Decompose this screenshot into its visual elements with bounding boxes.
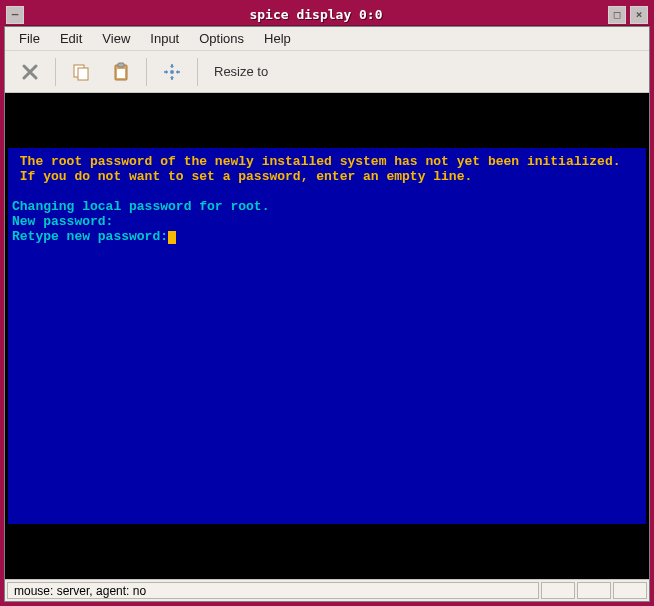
maximize-button[interactable]: □ <box>608 6 626 24</box>
status-cell-2 <box>541 582 575 599</box>
svg-rect-4 <box>117 69 125 78</box>
paste-tool-button[interactable] <box>102 54 140 90</box>
window-menu-button[interactable]: – <box>6 6 24 24</box>
paste-icon <box>111 62 131 82</box>
black-letterbox-top <box>8 96 646 148</box>
statusbar: mouse: server, agent: no <box>5 579 649 601</box>
copy-tool-button[interactable] <box>62 54 100 90</box>
toolbar: Resize to <box>5 51 649 93</box>
display-area: The root password of the newly installed… <box>5 93 649 579</box>
close-button[interactable]: × <box>630 6 648 24</box>
window-frame: – spice display 0:0 □ × File Edit View I… <box>0 0 654 606</box>
status-cell-3 <box>577 582 611 599</box>
terminal-prompt: Retype new password: <box>12 229 168 244</box>
terminal-line: The root password of the newly installed… <box>12 154 621 169</box>
menu-options[interactable]: Options <box>191 29 252 48</box>
toolbar-separator <box>197 58 198 86</box>
close-x-icon <box>21 63 39 81</box>
fullscreen-tool-button[interactable] <box>153 54 191 90</box>
menubar: File Edit View Input Options Help <box>5 27 649 51</box>
terminal-line: If you do not want to set a password, en… <box>12 169 472 184</box>
toolbar-separator <box>55 58 56 86</box>
svg-rect-3 <box>118 63 124 67</box>
svg-point-5 <box>170 70 174 74</box>
menu-help[interactable]: Help <box>256 29 299 48</box>
status-cell-4 <box>613 582 647 599</box>
menu-file[interactable]: File <box>11 29 48 48</box>
terminal-line: Changing local password for root. <box>12 199 269 214</box>
menu-view[interactable]: View <box>94 29 138 48</box>
menu-input[interactable]: Input <box>142 29 187 48</box>
terminal-cursor <box>168 231 176 244</box>
status-text: mouse: server, agent: no <box>7 582 539 599</box>
svg-rect-1 <box>78 68 88 80</box>
window-body: File Edit View Input Options Help <box>4 26 650 602</box>
resize-label[interactable]: Resize to <box>204 64 278 79</box>
toolbar-separator <box>146 58 147 86</box>
fullscreen-icon <box>162 62 182 82</box>
copy-icon <box>71 62 91 82</box>
terminal-screen[interactable]: The root password of the newly installed… <box>8 148 646 524</box>
black-letterbox-bottom <box>8 524 646 576</box>
close-tool-button[interactable] <box>11 54 49 90</box>
terminal-line: New password: <box>12 214 113 229</box>
window-title: spice display 0:0 <box>26 7 606 22</box>
titlebar[interactable]: – spice display 0:0 □ × <box>4 4 650 26</box>
menu-edit[interactable]: Edit <box>52 29 90 48</box>
